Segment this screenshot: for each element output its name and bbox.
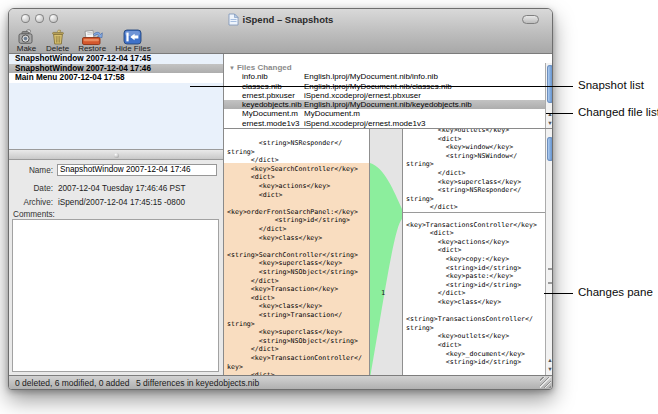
file-list-scroll-thumb[interactable] xyxy=(547,65,553,103)
diff-line xyxy=(406,307,546,316)
diff-line: <dict> xyxy=(227,191,369,200)
scroll-down-icon[interactable]: ▼ xyxy=(546,365,553,373)
diff-line: <dict> xyxy=(406,229,546,238)
diff-gutter: 1 xyxy=(370,129,402,375)
file-row[interactable]: ernest.mode1v3iSpend.xcodeproj/ernest.mo… xyxy=(224,119,545,128)
hide-files-button[interactable]: Hide Files xyxy=(115,29,151,54)
diff-line xyxy=(406,212,546,221)
file-row-filename: ernest.pbxuser xyxy=(242,91,295,100)
file-list-scrollbar[interactable]: ▲ ▼ xyxy=(545,63,553,128)
changed-file-list-callout-line xyxy=(546,113,573,114)
file-row[interactable]: ernest.pbxuseriSpend.xcodeproj/ernest.pb… xyxy=(224,91,545,100)
app-window: iSpend – Snapshots Make xyxy=(8,8,553,390)
title-bar[interactable]: iSpend – Snapshots xyxy=(9,9,552,29)
diff-line: </dict> xyxy=(227,345,369,354)
name-label: Name: xyxy=(9,166,53,175)
file-row-path: English.lproj/MyDocument.nib/keyedobject… xyxy=(304,100,472,109)
archive-label: Archive: xyxy=(9,198,53,207)
file-row[interactable]: keyedobjects.nibEnglish.lproj/MyDocument… xyxy=(224,100,545,109)
diff-line: <key>class</key> xyxy=(406,298,546,307)
scroll-tick-icon xyxy=(548,268,552,270)
archive-value: iSpend/2007-12-04 17:45:15 -0800 xyxy=(58,198,185,207)
resize-grip-icon[interactable] xyxy=(540,377,551,388)
diff-line: <key>_document</key> xyxy=(406,350,546,359)
snapshot-list-callout-line xyxy=(190,86,573,87)
diff-line: <string>NSResponder</ xyxy=(406,186,546,195)
status-bar: 0 deleted, 6 modified, 0 added 5 differe… xyxy=(9,375,552,389)
diff-line: <dict> xyxy=(227,173,369,182)
diff-line: <string>Transaction</ xyxy=(227,311,369,320)
snapshot-row[interactable]: SnapshotWindow 2007-12-04 17:46 xyxy=(9,64,223,74)
diff-line: <key>actions</key> xyxy=(227,182,369,191)
diff-line: </dict> xyxy=(227,225,369,234)
name-input[interactable]: SnapshotWindow 2007-12-04 17:46 xyxy=(57,164,217,176)
trash-icon xyxy=(49,29,67,45)
file-row-filename: info.nib xyxy=(242,72,268,81)
scroll-down-icon[interactable]: ▼ xyxy=(546,119,553,127)
diff-line: <dict> xyxy=(406,135,546,144)
diff-line: <dict> xyxy=(227,294,369,303)
delete-button[interactable]: Delete xyxy=(46,29,69,54)
diff-line: </dict> xyxy=(406,203,546,212)
date-label: Date: xyxy=(9,184,53,193)
hide-files-icon xyxy=(123,29,142,45)
files-changed-group-row[interactable]: ▼Files Changed xyxy=(224,63,545,72)
diff-line: <string>id</string> xyxy=(406,358,546,367)
comments-input[interactable] xyxy=(12,219,219,372)
diff-line: <key>Transaction</key> xyxy=(227,285,369,294)
status-differences: 5 differences in keyedobjects.nib xyxy=(136,378,259,388)
comments-label: Comments: xyxy=(13,210,55,219)
snapshot-details: Name: SnapshotWindow 2007-12-04 17:46 Da… xyxy=(9,160,223,375)
snapshot-list: SnapshotWindow 2007-12-04 17:45SnapshotW… xyxy=(9,54,223,149)
diff-line: <key>superclass</key> xyxy=(406,178,546,187)
changes-scroll-thumb[interactable] xyxy=(547,137,553,161)
file-row[interactable]: MyDocument.mMyDocument.m xyxy=(224,109,545,118)
diff-line: </dict> xyxy=(406,289,546,298)
diff-connector-shape xyxy=(370,129,402,375)
snapshot-row[interactable]: Main Menu 2007-12-04 17:58 xyxy=(9,73,223,83)
file-row-filename: keyedobjects.nib xyxy=(242,100,302,109)
window-title: iSpend – Snapshots xyxy=(243,14,334,25)
toolbar-toggle-button[interactable] xyxy=(522,15,539,24)
diff-line: string> xyxy=(406,195,546,204)
scroll-up-icon[interactable]: ▲ xyxy=(546,356,553,364)
diff-line: string> xyxy=(227,320,369,329)
make-button-label: Make xyxy=(17,45,37,53)
file-row-path: MyDocument.m xyxy=(304,109,360,118)
file-row-path: English.lproj/MyDocument.nib/info.nib xyxy=(304,72,438,81)
diff-line: <string>id</string> xyxy=(227,216,369,225)
diff-line: <key>class</key> xyxy=(227,234,369,243)
hide-files-button-label: Hide Files xyxy=(115,45,151,53)
diff-line: <dict> xyxy=(406,341,546,350)
camera-icon xyxy=(16,29,37,45)
make-button[interactable]: Make xyxy=(16,29,37,54)
files-changed-label: Files Changed xyxy=(237,63,292,72)
diff-line: <string>id</string> xyxy=(406,281,546,290)
scroll-up-icon[interactable]: ▲ xyxy=(546,110,553,118)
diff-left-pane[interactable]: <string>NSResponder</string> </dict> <ke… xyxy=(224,129,370,375)
restore-button[interactable]: Restore xyxy=(78,29,106,54)
snapshot-row[interactable]: SnapshotWindow 2007-12-04 17:45 xyxy=(9,54,223,64)
diff-line: <key>superclass</key> xyxy=(227,328,369,337)
diff-line: </dict> xyxy=(406,169,546,178)
changes-pane-scrollbar[interactable]: ▲ ▼ xyxy=(545,129,553,375)
restore-button-label: Restore xyxy=(78,45,106,53)
diff-line: string> xyxy=(406,324,546,333)
right-column: Filename Path ▼Files Changed info.nibEng… xyxy=(223,54,553,389)
changes-pane: <string>NSResponder</string> </dict> <ke… xyxy=(224,128,553,375)
diff-line: <string>id</string> xyxy=(406,264,546,273)
scroll-tick-icon xyxy=(548,282,552,284)
diff-line: <key>class</key> xyxy=(227,302,369,311)
window-chrome: iSpend – Snapshots Make xyxy=(9,9,552,54)
file-row-path: iSpend.xcodeproj/ernest.mode1v3 xyxy=(304,119,425,128)
diff-line: <key>paste:</key> xyxy=(406,272,546,281)
changes-pane-callout-line xyxy=(544,293,573,294)
diff-line xyxy=(227,242,369,251)
diff-right-pane[interactable]: <key>outlets</key> <dict> <key>window</k… xyxy=(402,129,546,375)
diff-line: <string>TransactionsController</ xyxy=(406,315,546,324)
diff-line: <string>NSObject</string> xyxy=(227,337,369,346)
file-row[interactable]: info.nibEnglish.lproj/MyDocument.nib/inf… xyxy=(224,72,545,81)
diff-connector-number: 1 xyxy=(381,289,385,297)
horizontal-splitter[interactable] xyxy=(9,149,223,160)
diff-line: <key>TransactionsController</key> xyxy=(406,221,546,230)
